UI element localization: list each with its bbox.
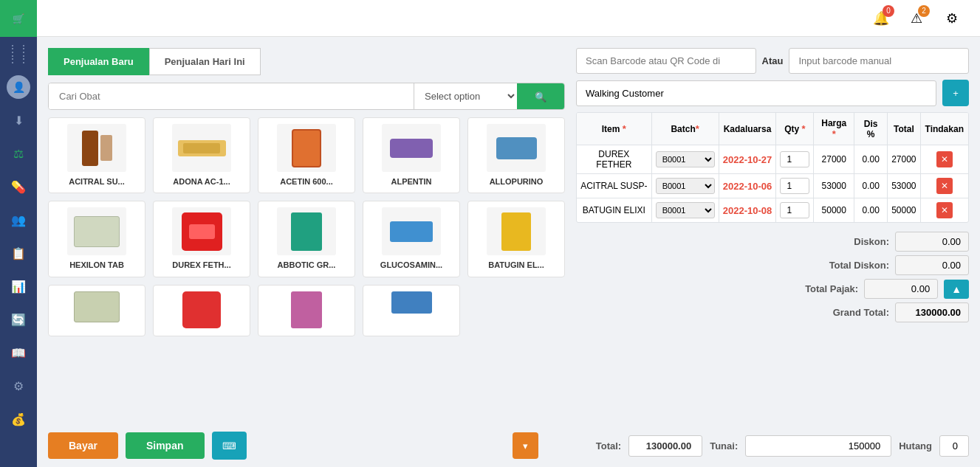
search-input[interactable]	[49, 83, 414, 109]
left-panel: Penjualan Baru Penjualan Hari Ini Select…	[48, 48, 565, 413]
hutang-value: 0	[939, 435, 969, 457]
settings-button[interactable]: ⚙	[939, 5, 965, 32]
product-card-14[interactable]	[363, 285, 460, 336]
tab-penjualan-baru[interactable]: Penjualan Baru	[48, 48, 149, 75]
product-card-9[interactable]: GLUCOSAMIN...	[363, 201, 460, 277]
product-card-5[interactable]: ALLOPURINO	[467, 117, 565, 193]
product-card-12[interactable]	[153, 285, 250, 336]
product-card-3[interactable]: ACETIN 600...	[258, 117, 355, 193]
dropdown-toggle-button[interactable]: ▾	[513, 432, 538, 459]
cell-kadaluarsa-2: 2022-10-06	[719, 174, 776, 198]
product-image-4	[382, 124, 441, 172]
cell-tindakan-3: ✕	[920, 198, 968, 223]
plus-icon: +	[953, 88, 959, 99]
gear-icon: ⚙	[946, 10, 958, 27]
chevron-down-icon: ▾	[523, 440, 528, 452]
batch-select-2[interactable]: B0001	[656, 178, 715, 194]
barcode-manual-input[interactable]	[789, 48, 969, 74]
product-card-4[interactable]: ALPENTIN	[363, 117, 460, 193]
grand-total-row: Grand Total: 130000.00	[576, 302, 969, 322]
sidebar-item-users[interactable]: 👥	[0, 204, 37, 237]
col-kadaluarsa: Kadaluarsa	[719, 113, 776, 145]
sidebar-item-money[interactable]: 💰	[0, 403, 37, 436]
warning-button[interactable]: ⚠ 2	[903, 5, 930, 32]
upload-button[interactable]: ▲	[944, 280, 969, 299]
atau-label: Atau	[762, 55, 784, 66]
table-row: DUREX FETHER B0001 2022-10-27 27000 0.00…	[577, 145, 968, 174]
cell-kadaluarsa-1: 2022-10-27	[719, 145, 776, 174]
notification-button[interactable]: 🔔 0	[868, 5, 894, 32]
product-card-7[interactable]: DUREX FETH...	[153, 201, 250, 277]
product-image-8	[277, 207, 336, 255]
product-card-8[interactable]: ABBOTIC GR...	[258, 201, 355, 277]
qty-input-2[interactable]	[780, 178, 809, 194]
product-card-13[interactable]	[258, 285, 355, 336]
qty-input-3[interactable]	[780, 202, 809, 218]
cell-total-1: 27000	[888, 145, 920, 174]
sidebar-item-clipboard[interactable]: 📋	[0, 237, 37, 270]
sidebar-item-download[interactable]: ⬇	[0, 104, 37, 137]
cell-qty-2[interactable]	[776, 174, 814, 198]
cell-item-3: BATUGIN ELIXI	[577, 198, 651, 223]
cell-dis-3: 0.00	[854, 198, 888, 223]
calculator-button[interactable]: ⌨	[212, 432, 247, 460]
avatar[interactable]: 👤	[7, 75, 30, 99]
search-bar: Select option 🔍	[48, 83, 565, 110]
batch-select-3[interactable]: B0001	[656, 202, 715, 218]
sidebar-item-scale[interactable]: ⚖	[0, 137, 37, 170]
cart-icon: 🛒	[13, 13, 24, 24]
col-total: Total	[888, 113, 920, 145]
product-name-5: ALLOPURINO	[490, 176, 544, 187]
product-card-1[interactable]: ACITRAL SU...	[48, 117, 145, 193]
cell-total-3: 50000	[888, 198, 920, 223]
qty-input-1[interactable]	[780, 151, 809, 167]
product-image-2	[172, 124, 231, 172]
cart-table: Item * Batch* Kadaluarsa Qty * Harga * D…	[576, 112, 969, 223]
cell-batch-3[interactable]: B0001	[651, 198, 719, 223]
delete-button-2[interactable]: ✕	[936, 178, 953, 194]
diskon-value: 0.00	[895, 232, 969, 252]
product-card-6[interactable]: HEXILON TAB	[48, 201, 145, 277]
diskon-label: Diskon:	[815, 236, 889, 247]
sidebar-item-chart[interactable]: 📊	[0, 270, 37, 303]
barcode-scan-input[interactable]	[576, 48, 756, 74]
col-qty: Qty *	[776, 113, 814, 145]
cell-tindakan-1: ✕	[920, 145, 968, 174]
sidebar-item-book[interactable]: 📖	[0, 336, 37, 370]
cell-qty-1[interactable]	[776, 145, 814, 174]
sidebar-logo: 🛒	[0, 0, 37, 37]
table-row: BATUGIN ELIXI B0001 2022-10-08 50000 0.0…	[577, 198, 968, 223]
hutang-label: Hutang	[899, 440, 932, 452]
tunai-input[interactable]	[745, 435, 891, 457]
barcode-row: Atau	[576, 48, 969, 74]
bottom-bar: Bayar Simpan ⌨ ▾ Total: 130000.00 Tunai:…	[37, 424, 980, 467]
delete-button-3[interactable]: ✕	[936, 202, 953, 218]
cell-batch-2[interactable]: B0001	[651, 174, 719, 198]
total-diskon-row: Total Diskon: 0.00	[576, 255, 969, 275]
table-row: ACITRAL SUSP- B0001 2022-10-06 53000 0.0…	[577, 174, 968, 198]
product-name-8: ABBOTIC GR...	[278, 260, 336, 270]
batch-select-1[interactable]: B0001	[656, 151, 715, 167]
add-customer-button[interactable]: +	[942, 80, 969, 106]
warning-badge: 2	[918, 5, 930, 17]
bayar-button[interactable]: Bayar	[48, 432, 118, 459]
col-harga: Harga *	[814, 113, 854, 145]
sidebar-item-pill[interactable]: 💊	[0, 170, 37, 204]
sidebar-item-refresh[interactable]: 🔄	[0, 303, 37, 336]
top-header: 🔔 0 ⚠ 2 ⚙	[37, 0, 980, 37]
simpan-button[interactable]: Simpan	[126, 432, 205, 459]
product-image-7	[172, 207, 231, 255]
sidebar-item-settings[interactable]: ⚙	[0, 370, 37, 403]
cell-batch-1[interactable]: B0001	[651, 145, 719, 174]
cell-harga-1: 27000	[814, 145, 854, 174]
search-button[interactable]: 🔍	[517, 83, 564, 109]
tab-penjualan-hari-ini[interactable]: Penjualan Hari Ini	[149, 48, 261, 75]
customer-row: +	[576, 80, 969, 106]
product-card-11[interactable]	[48, 285, 145, 336]
product-card-2[interactable]: ADONA AC-1...	[153, 117, 250, 193]
delete-button-1[interactable]: ✕	[936, 151, 953, 167]
select-option[interactable]: Select option	[414, 83, 517, 109]
product-card-10[interactable]: BATUGIN EL...	[467, 201, 565, 277]
cell-qty-3[interactable]	[776, 198, 814, 223]
customer-input[interactable]	[576, 80, 936, 106]
